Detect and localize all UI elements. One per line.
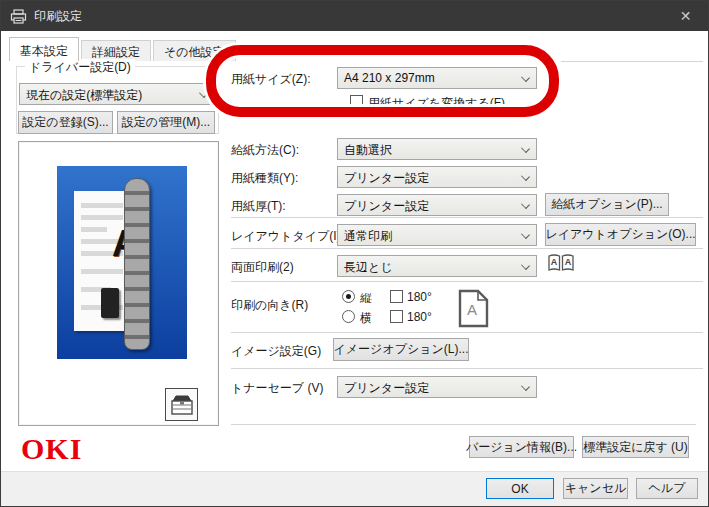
layout-options-button[interactable]: レイアウトオプション(O)... [545, 223, 696, 246]
chevron-down-icon [521, 382, 530, 391]
tab-bar: 基本設定 詳細設定 その他設定 [9, 37, 238, 61]
toner-save-select[interactable]: プリンター設定 [337, 376, 537, 398]
reset-defaults-button[interactable]: 標準設定に戻す (U) [582, 436, 689, 458]
printer-tray-icon [170, 394, 194, 416]
chevron-down-icon [199, 89, 208, 98]
orientation-label: 印刷の向き(R) [231, 297, 308, 314]
cancel-button[interactable]: キャンセル [563, 478, 628, 499]
layout-type-label: レイアウトタイプ(I) [231, 228, 341, 245]
paper-size-value: A4 210 x 297mm [344, 71, 435, 85]
media-type-value: プリンター設定 [344, 171, 429, 185]
ok-button[interactable]: OK [486, 478, 554, 499]
binder-clip [101, 288, 119, 318]
chevron-down-icon [521, 230, 530, 239]
separator [231, 281, 703, 282]
preview-panel: A [18, 141, 219, 426]
convert-paper-size-label: 用紙サイズを変換する(F) [368, 95, 505, 112]
preview-printer-button[interactable] [165, 388, 198, 421]
driver-settings-legend: ドライバー設定(D) [25, 59, 135, 76]
chevron-down-icon [521, 73, 530, 82]
layout-type-select[interactable]: 通常印刷 [337, 224, 537, 246]
manage-settings-button[interactable]: 設定の管理(M)... [117, 111, 215, 134]
duplex-book-icon: A A [547, 252, 575, 274]
portrait-rotate-180-checkbox[interactable] [390, 290, 403, 303]
printer-icon [10, 9, 27, 24]
separator [231, 424, 696, 425]
chevron-down-icon [521, 200, 530, 209]
print-settings-dialog: 印刷設定 ✕ 基本設定 詳細設定 その他設定 ドライバー設定(D) 現在の設定(… [0, 0, 709, 507]
separator [561, 61, 703, 62]
convert-paper-size-checkbox[interactable] [350, 95, 363, 108]
landscape-rotate-180-checkbox[interactable] [390, 310, 403, 323]
paper-source-value: 自動選択 [344, 143, 392, 157]
media-weight-value: プリンター設定 [344, 199, 429, 213]
media-type-select[interactable]: プリンター設定 [337, 166, 537, 188]
driver-preset-select[interactable]: 現在の設定(標準設定) [19, 83, 215, 105]
driver-preset-value: 現在の設定(標準設定) [26, 88, 142, 102]
landscape-label: 横 [360, 310, 372, 327]
oki-logo: OKI [21, 432, 82, 466]
paper-source-select[interactable]: 自動選択 [337, 138, 537, 160]
image-options-button[interactable]: イメージオプション(L)... [333, 338, 469, 361]
paper-source-label: 給紙方法(C): [231, 142, 299, 159]
tab-advanced-settings[interactable]: 詳細設定 [81, 40, 151, 61]
tab-basic-settings[interactable]: 基本設定 [9, 37, 79, 61]
landscape-radio[interactable] [342, 310, 355, 323]
layout-type-value: 通常印刷 [344, 229, 392, 243]
chevron-down-icon [521, 172, 530, 181]
duplex-value: 長辺とじ [344, 260, 393, 274]
paper-size-select[interactable]: A4 210 x 297mm [337, 67, 537, 89]
svg-text:A: A [565, 257, 572, 267]
separator [231, 248, 703, 249]
media-weight-label: 用紙厚(T): [231, 198, 286, 215]
image-settings-label: イメージ設定(G) [231, 343, 321, 360]
svg-text:A: A [467, 301, 477, 318]
svg-text:A: A [551, 257, 558, 267]
version-info-button[interactable]: バージョン情報(B)... [469, 436, 574, 458]
duplex-label: 両面印刷(2) [231, 259, 294, 276]
portrait-radio[interactable] [342, 290, 355, 303]
feed-options-button[interactable]: 給紙オプション(P)... [545, 193, 669, 216]
chevron-down-icon [521, 261, 530, 270]
portrait-rotate-180-label: 180° [407, 290, 432, 304]
media-weight-select[interactable]: プリンター設定 [337, 194, 537, 216]
chevron-down-icon [521, 144, 530, 153]
binder-spine [124, 178, 150, 350]
tab-other-settings[interactable]: その他設定 [153, 40, 236, 61]
paper-size-label: 用紙サイズ(Z): [231, 71, 311, 88]
toner-save-value: プリンター設定 [344, 381, 429, 395]
duplex-select[interactable]: 長辺とじ [337, 255, 537, 277]
close-button[interactable]: ✕ [663, 1, 708, 31]
media-type-label: 用紙種類(Y): [231, 170, 298, 187]
separator [231, 217, 703, 218]
toner-save-label: トナーセーブ (V) [231, 380, 323, 397]
orientation-page-icon: A [458, 289, 489, 328]
help-button[interactable]: ヘルプ [636, 478, 698, 499]
titlebar: 印刷設定 ✕ [1, 1, 708, 31]
separator [231, 332, 703, 333]
landscape-rotate-180-label: 180° [407, 310, 432, 324]
register-settings-button[interactable]: 設定の登録(S)... [18, 111, 113, 134]
portrait-label: 縦 [360, 290, 372, 307]
window-title: 印刷設定 [34, 8, 82, 25]
separator [231, 368, 703, 369]
preview-image: A [57, 166, 187, 359]
